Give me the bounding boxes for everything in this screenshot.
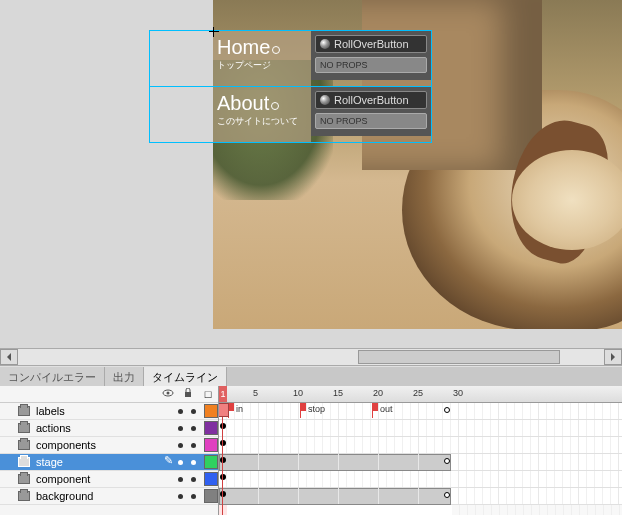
label-flag-stop[interactable] (300, 403, 306, 411)
ruler-tick: 10 (293, 388, 303, 398)
component-icon (320, 39, 330, 49)
visibility-dot[interactable] (178, 409, 183, 414)
label-out: out (380, 404, 393, 414)
panel-tabbar: コンパイルエラー 出力 タイムライン (0, 367, 622, 387)
layer-name-label: components (34, 439, 174, 451)
scroll-thumb[interactable] (358, 350, 560, 364)
layer-header: □ (0, 386, 218, 403)
layer-color-swatch[interactable] (204, 438, 218, 452)
scroll-left-button[interactable] (0, 349, 18, 365)
layer-name-label: actions (34, 422, 174, 434)
end-keyframe-icon[interactable] (444, 492, 450, 498)
tab-output[interactable]: 出力 (105, 367, 144, 386)
selected-symbols-group[interactable]: Home トップページ RollOverButton NO PROPS Abou… (149, 30, 432, 142)
tab-compile-error[interactable]: コンパイルエラー (0, 367, 105, 386)
layer-row-component[interactable]: component (0, 471, 218, 488)
layer-name-label: labels (34, 405, 174, 417)
svg-rect-2 (185, 392, 191, 397)
about-title: About (217, 93, 311, 113)
frames-row-component[interactable] (219, 471, 622, 488)
layer-icon (18, 406, 30, 416)
frame-span[interactable] (219, 454, 451, 471)
layer-icon (18, 423, 30, 433)
scroll-track[interactable] (18, 349, 604, 365)
component-name: RollOverButton (334, 94, 409, 106)
timeline-panel: □ labelsactionscomponentsstagecomponentb… (0, 386, 622, 515)
visibility-dot[interactable] (178, 494, 183, 499)
home-subtitle: トップページ (217, 59, 311, 72)
layer-toggles (178, 494, 200, 499)
lock-dot[interactable] (191, 494, 196, 499)
home-title: Home (217, 37, 311, 57)
ruler-tick: 20 (373, 388, 383, 398)
layer-color-swatch[interactable] (204, 421, 218, 435)
keyframe-icon[interactable] (220, 440, 226, 446)
component-props: NO PROPS (315, 57, 427, 73)
keyframe-icon[interactable] (220, 491, 226, 497)
component-header: RollOverButton (315, 91, 427, 109)
lock-dot[interactable] (191, 426, 196, 431)
layer-color-swatch[interactable] (204, 455, 218, 469)
layer-row-background[interactable]: background (0, 488, 218, 505)
about-subtitle: このサイトについて (217, 115, 311, 128)
lock-dot[interactable] (191, 477, 196, 482)
tab-timeline[interactable]: タイムライン (144, 367, 227, 387)
lock-icon[interactable] (182, 388, 194, 400)
ruler-tick: 25 (413, 388, 423, 398)
nav-row-home[interactable]: Home トップページ RollOverButton NO PROPS (149, 30, 432, 87)
ruler-tick: 30 (453, 388, 463, 398)
frame-span[interactable] (219, 488, 451, 505)
layer-color-swatch[interactable] (204, 472, 218, 486)
visibility-dot[interactable] (178, 443, 183, 448)
label-in: in (236, 404, 243, 414)
keyframe-icon[interactable] (220, 423, 226, 429)
layer-name-label: background (34, 490, 174, 502)
frames-row-actions[interactable] (219, 420, 622, 437)
layer-color-swatch[interactable] (204, 404, 218, 418)
nav-row-about[interactable]: About このサイトについて RollOverButton NO PROPS (149, 86, 432, 143)
frame-panel[interactable]: 1 51015202530 in stop out (219, 386, 622, 515)
keyframe-icon[interactable] (220, 457, 226, 463)
playhead[interactable] (222, 403, 223, 515)
end-keyframe-icon[interactable] (444, 458, 450, 464)
pencil-icon (164, 457, 174, 467)
scroll-right-button[interactable] (604, 349, 622, 365)
component-name: RollOverButton (334, 38, 409, 50)
visibility-dot[interactable] (178, 426, 183, 431)
component-inspector-home[interactable]: RollOverButton NO PROPS (311, 31, 431, 80)
lock-dot[interactable] (191, 460, 196, 465)
layer-toggles (178, 426, 200, 431)
layer-row-stage[interactable]: stage (0, 454, 218, 471)
registration-point-icon (209, 27, 219, 37)
component-icon (320, 95, 330, 105)
outline-icon[interactable]: □ (202, 388, 214, 400)
frames-row-labels[interactable]: in stop out (219, 403, 622, 420)
layer-row-components[interactable]: components (0, 437, 218, 454)
frames-row-stage[interactable] (219, 454, 622, 471)
component-inspector-about[interactable]: RollOverButton NO PROPS (311, 87, 431, 136)
lock-dot[interactable] (191, 443, 196, 448)
end-keyframe-icon[interactable] (444, 407, 450, 413)
frames-grid[interactable]: in stop out (219, 403, 622, 505)
label-flag-out[interactable] (372, 403, 378, 411)
visibility-dot[interactable] (178, 460, 183, 465)
layer-row-actions[interactable]: actions (0, 420, 218, 437)
layer-name-label: stage (34, 456, 160, 468)
svg-point-1 (167, 392, 170, 395)
layer-color-swatch[interactable] (204, 489, 218, 503)
visibility-dot[interactable] (178, 477, 183, 482)
canvas-hscrollbar[interactable] (0, 348, 622, 366)
keyframe-icon[interactable] (220, 474, 226, 480)
lock-dot[interactable] (191, 409, 196, 414)
frames-row-background[interactable] (219, 488, 622, 505)
nav-pad (150, 31, 213, 80)
eye-icon[interactable] (162, 388, 174, 400)
layer-toggles (178, 443, 200, 448)
frames-row-components[interactable] (219, 437, 622, 454)
layer-icon (18, 440, 30, 450)
canvas-area: Home トップページ RollOverButton NO PROPS Abou… (0, 0, 622, 348)
about-button[interactable]: About このサイトについて (213, 87, 311, 142)
layer-row-labels[interactable]: labels (0, 403, 218, 420)
home-button[interactable]: Home トップページ (213, 31, 311, 86)
frame-ruler[interactable]: 1 51015202530 (219, 386, 622, 403)
